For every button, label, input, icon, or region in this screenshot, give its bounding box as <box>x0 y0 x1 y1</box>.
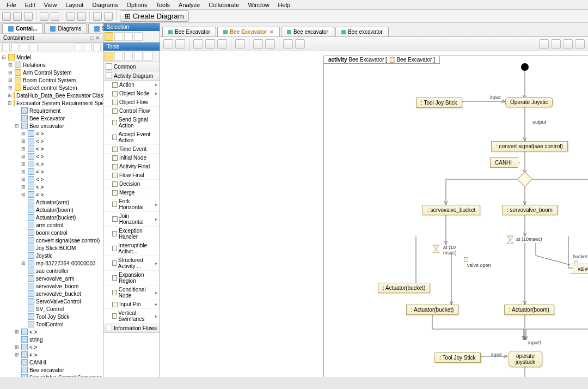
gear-icon[interactable] <box>84 44 91 51</box>
initial-node[interactable] <box>521 63 529 71</box>
new-icon[interactable] <box>2 12 11 21</box>
tree-item[interactable]: servovalve_bucket <box>1 290 102 297</box>
tree-item[interactable]: Bee Excavator <box>1 114 102 122</box>
servovalve-boom-node[interactable]: : servovalve_boom <box>502 205 558 215</box>
toggle-icon[interactable]: ⊞ <box>21 184 26 190</box>
zoom-icon[interactable] <box>575 39 585 49</box>
hand-tool-icon[interactable] <box>114 32 123 41</box>
paste-icon[interactable] <box>217 39 227 49</box>
tree-item[interactable]: ⊟Excavator System Requirement Specifi <box>1 99 102 107</box>
menu-options[interactable]: Options <box>122 2 151 8</box>
tree-item[interactable]: ⊞< > <box>1 328 102 336</box>
palette-object-node[interactable]: Object Node▸ <box>103 89 160 98</box>
menu-analyze[interactable]: Analyze <box>174 2 204 8</box>
text-tool-icon[interactable] <box>114 52 123 60</box>
tree-item[interactable]: ⊞Arm Control System <box>1 69 102 76</box>
gear-icon[interactable] <box>539 39 549 49</box>
actuator-bucket-node-1[interactable]: : Actuator(bucket) <box>378 283 430 293</box>
bucket-pin[interactable] <box>574 261 578 265</box>
palette-activity-final[interactable]: Activity Final <box>103 162 160 171</box>
tab-bee-excavator-4[interactable]: Bee excavator <box>335 27 389 37</box>
toggle-icon[interactable]: ⊞ <box>21 169 26 174</box>
tree-item[interactable]: ⊞< > <box>1 351 102 358</box>
layout-icon[interactable] <box>283 39 293 49</box>
tab-bee-excavator-2[interactable]: Bee Excavator✕ <box>217 27 280 37</box>
toggle-icon[interactable]: ⊞ <box>21 177 26 182</box>
navigate-icon[interactable] <box>104 12 113 21</box>
tree-item[interactable]: Tool Joy Stick <box>1 313 102 320</box>
tree-item[interactable]: ToolControl <box>1 320 102 328</box>
pointer-tool-icon[interactable] <box>105 32 113 41</box>
tool-joy-stick-node-2[interactable]: : Tool Joy Stick <box>434 352 481 363</box>
time-event-1[interactable] <box>432 245 440 253</box>
palette-information-flows[interactable]: Information Flows <box>103 324 160 333</box>
palette-fork-horizontal[interactable]: Fork Horizontal▸ <box>103 197 160 212</box>
tree-item[interactable]: ⊞< > <box>1 183 102 191</box>
tab-diagrams[interactable]: Diagrams <box>44 23 87 33</box>
history-icon[interactable] <box>93 44 101 51</box>
palette-initial-node[interactable]: Initial Node <box>103 154 160 162</box>
toggle-icon[interactable]: ⊞ <box>8 85 13 90</box>
anchor-tool-icon[interactable] <box>124 52 133 60</box>
copy-icon[interactable] <box>205 39 215 49</box>
tree-item[interactable]: Actuator(bucket) <box>1 214 102 221</box>
menu-edit[interactable]: Edit <box>21 2 40 8</box>
menu-view[interactable]: View <box>40 2 62 8</box>
tree-item[interactable]: ServoValve Control Sequence <box>1 374 102 377</box>
toggle-icon[interactable]: ⊞ <box>14 329 20 335</box>
view-icon[interactable] <box>563 39 573 49</box>
menu-tools[interactable]: Tools <box>151 2 174 8</box>
palette-expansion-region[interactable]: Expansion Region <box>103 271 160 285</box>
palette-action[interactable]: Action▸ <box>103 81 160 89</box>
menu-window[interactable]: Window <box>243 2 273 8</box>
undo-icon[interactable] <box>66 12 75 21</box>
servovalve-bucket-node[interactable]: : servovalve_bucket <box>422 205 480 215</box>
palette-join-horizontal[interactable]: Join Horizontal▸ <box>103 212 160 227</box>
tree-item[interactable]: convert signal(sae control) <box>1 236 102 244</box>
toggle-icon[interactable]: ⊞ <box>21 138 26 144</box>
tree-item[interactable]: boom control <box>1 229 102 236</box>
menu-help[interactable]: Help <box>274 2 295 8</box>
tree-item[interactable]: ⊟Model <box>1 53 102 61</box>
palette-vertical-swimlanes[interactable]: Vertical Swimlanes▸ <box>103 309 160 324</box>
tree-item[interactable]: ⊞< > <box>1 175 102 183</box>
tree-item[interactable]: Joy Stick BOOM <box>1 244 102 252</box>
tree-item[interactable]: Bee excavator <box>1 366 102 374</box>
toggle-icon[interactable]: ⊞ <box>8 70 13 75</box>
tab-bee-excavator-1[interactable]: Bee Excavator <box>162 27 216 37</box>
tree-item[interactable]: ⊞< > <box>1 153 102 160</box>
actuator-boom-node[interactable]: : Actuator(boom) <box>504 305 554 315</box>
tree-item[interactable]: servovalve_arm <box>1 275 102 282</box>
tree-item[interactable]: ⊞Boom Control System <box>1 76 102 84</box>
palette-control-flow[interactable]: Control Flow <box>103 107 160 116</box>
print-icon[interactable] <box>51 12 59 21</box>
tree-item[interactable]: SV_Control <box>1 305 102 313</box>
toggle-icon[interactable]: ⊞ <box>21 154 26 159</box>
menu-collaborate[interactable]: Collaborate <box>204 2 243 8</box>
containment-tree[interactable]: ⊟Model⊞Relations⊞Arm Control System⊞Boom… <box>0 52 103 377</box>
tree-item[interactable]: string <box>1 336 102 343</box>
open-icon[interactable] <box>13 12 22 21</box>
palette-flow-final[interactable]: Flow Final <box>103 171 160 180</box>
tree-item[interactable]: ⊞< > <box>1 343 102 351</box>
toggle-icon[interactable]: ⊞ <box>14 352 20 357</box>
toggle-icon[interactable]: ⊟ <box>14 123 20 129</box>
close-icon[interactable]: ✕ <box>95 35 100 41</box>
tree-item[interactable]: ⊞DataHub_Data_Bee Excavator Class Da <box>1 92 102 99</box>
convert-signal-node[interactable]: : convert signal(sae control) <box>491 141 568 151</box>
palette-decision[interactable]: Decision <box>103 180 160 189</box>
toggle-icon[interactable]: ⊞ <box>8 93 12 98</box>
actuator-bucket-node-2[interactable]: : Actuator(bucket) <box>406 305 458 315</box>
toggle-icon[interactable]: ⊞ <box>8 62 13 68</box>
toggle-icon[interactable]: ⊟ <box>8 100 12 106</box>
palette-conditional-node[interactable]: Conditional Node▸ <box>103 285 160 300</box>
menu-layout[interactable]: Layout <box>61 2 88 8</box>
diagram-icon[interactable] <box>93 12 102 21</box>
separator-tool-icon[interactable] <box>144 52 152 60</box>
toggle-icon[interactable]: ⊞ <box>21 260 26 266</box>
palette-time-event[interactable]: Time Event <box>103 145 160 154</box>
toggle-icon[interactable]: ⊞ <box>21 131 26 136</box>
nav-fwd-icon[interactable] <box>175 39 185 49</box>
refresh-icon[interactable] <box>21 44 28 51</box>
palette-merge[interactable]: Merge <box>103 189 160 197</box>
